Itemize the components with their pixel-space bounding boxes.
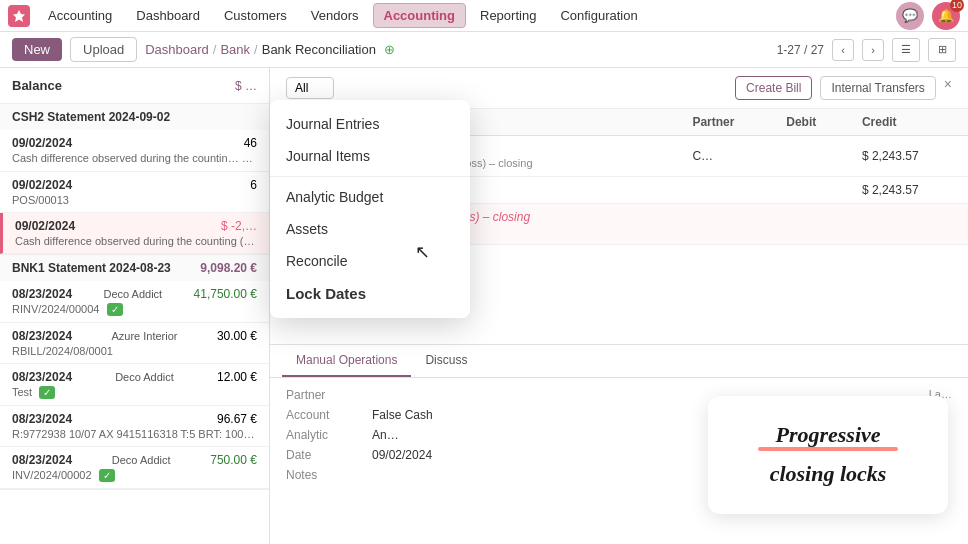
balance-header: Balance $ …	[0, 68, 269, 104]
reconcile-label: Reconcile	[286, 253, 347, 269]
internal-transfers-button[interactable]: Internal Transfers	[820, 76, 935, 100]
transaction-item[interactable]: 08/23/2024 Deco Addict 750.00 € INV/2024…	[0, 447, 269, 489]
dropdown-item-reconcile[interactable]: Reconcile	[270, 245, 470, 277]
row-debit	[776, 204, 852, 245]
prev-page-button[interactable]: ‹	[832, 39, 854, 61]
tx-date: 08/23/2024	[12, 329, 72, 343]
notifications-icon-btn[interactable]: 🔔 10	[932, 2, 960, 30]
tx-amount: 30.00 €	[217, 329, 257, 343]
row-debit	[776, 177, 852, 204]
dropdown-item-journal-items[interactable]: Journal Items	[270, 140, 470, 172]
tx-date: 08/23/2024	[12, 412, 72, 426]
grid-view-button[interactable]: ⊞	[928, 38, 956, 62]
accounting-dropdown-menu[interactable]: Journal Entries Journal Items Analytic B…	[270, 100, 470, 318]
row-credit: $ 2,243.57	[852, 177, 968, 204]
nav-item-vendors[interactable]: Vendors	[301, 4, 369, 27]
tx-desc: Cash difference observed during the coun…	[12, 152, 257, 165]
breadcrumb: Dashboard / Bank / Bank Reconciliation ⊕	[145, 42, 395, 57]
detail-value-analytic: An…	[372, 428, 399, 442]
detail-label-notes: Notes	[286, 468, 356, 482]
nav-item-reporting[interactable]: Reporting	[470, 4, 546, 27]
tx-amount: $ -2,…	[221, 219, 257, 233]
tx-amount: 41,750.00 €	[194, 287, 257, 301]
statement-bnk1-amount: 9,098.20 €	[200, 261, 257, 275]
row-debit	[776, 136, 852, 177]
dropdown-item-lock-dates[interactable]: Lock Dates	[270, 277, 470, 310]
tx-badge-check: ✓	[107, 303, 123, 316]
tx-partner: Deco Addict	[112, 454, 171, 466]
tx-badge-check: ✓	[39, 386, 55, 399]
breadcrumb-icon: ⊕	[384, 42, 395, 57]
nav-item-accounting[interactable]: Accounting	[373, 3, 467, 28]
dropdown-divider	[270, 176, 470, 177]
tx-desc: INV/2024/00002 ✓	[12, 469, 257, 482]
tx-amount: 96.67 €	[217, 412, 257, 426]
journal-items-label: Journal Items	[286, 148, 370, 164]
app-logo	[8, 5, 30, 27]
col-credit: Credit	[852, 109, 968, 136]
tx-desc: R:9772938 10/07 AX 9415116318 T:5 BRT: 1…	[12, 428, 257, 440]
detail-row-date: Date 09/02/2024	[286, 448, 952, 462]
statement-csh2-title: CSH2 Statement 2024-09-02	[12, 110, 170, 124]
tx-amount: 6	[250, 178, 257, 192]
statement-bnk1-header[interactable]: BNK1 Statement 2024-08-23 9,098.20 €	[0, 255, 269, 281]
detail-value-account: False Cash	[372, 408, 433, 422]
breadcrumb-section[interactable]: Bank	[220, 42, 250, 57]
statement-bnk1: BNK1 Statement 2024-08-23 9,098.20 € 08/…	[0, 255, 269, 490]
tx-desc: RINV/2024/00004 ✓	[12, 303, 257, 316]
transaction-item[interactable]: 09/02/2024 6 POS/00013	[0, 172, 269, 213]
breadcrumb-home[interactable]: Dashboard	[145, 42, 209, 57]
lock-dates-label: Lock Dates	[286, 285, 366, 302]
tx-date: 08/23/2024	[12, 453, 72, 467]
transaction-item[interactable]: 08/23/2024 Azure Interior 30.00 € RBILL/…	[0, 323, 269, 364]
left-panel: Balance $ … CSH2 Statement 2024-09-02 09…	[0, 68, 270, 544]
detail-row-partner: Partner La…	[286, 388, 952, 402]
create-bill-button[interactable]: Create Bill	[735, 76, 812, 100]
nav-app-name[interactable]: Accounting	[38, 4, 122, 27]
detail-label-right: La…	[929, 388, 952, 402]
balance-amount: $ …	[235, 79, 257, 93]
tab-discuss[interactable]: Discuss	[411, 345, 481, 377]
list-view-button[interactable]: ☰	[892, 38, 920, 62]
nav-item-customers[interactable]: Customers	[214, 4, 297, 27]
tx-desc: RBILL/2024/08/0001	[12, 345, 257, 357]
svg-marker-0	[13, 10, 25, 22]
statement-csh2: CSH2 Statement 2024-09-02 09/02/2024 46 …	[0, 104, 269, 255]
dropdown-item-analytic-budget[interactable]: Analytic Budget	[270, 181, 470, 213]
tx-partner: Deco Addict	[103, 288, 162, 300]
filter-select[interactable]: All	[286, 77, 334, 99]
statement-bnk1-title: BNK1 Statement 2024-08-23	[12, 261, 171, 275]
new-button[interactable]: New	[12, 38, 62, 61]
transaction-item[interactable]: 08/23/2024 Deco Addict 41,750.00 € RINV/…	[0, 281, 269, 323]
nav-item-dashboard[interactable]: Dashboard	[126, 4, 210, 27]
analytic-budget-label: Analytic Budget	[286, 189, 383, 205]
tab-manual-operations[interactable]: Manual Operations	[282, 345, 411, 377]
row-credit	[852, 204, 968, 245]
transaction-item[interactable]: 08/23/2024 Deco Addict 12.00 € Test ✓	[0, 364, 269, 406]
detail-label-account: Account	[286, 408, 356, 422]
chat-icon-btn[interactable]: 💬	[896, 2, 924, 30]
detail-row-analytic: Analytic An…	[286, 428, 952, 442]
tx-desc: POS/00013	[12, 194, 257, 206]
transaction-item[interactable]: 08/23/2024 96.67 € R:9772938 10/07 AX 94…	[0, 406, 269, 447]
transaction-item-selected[interactable]: 09/02/2024 $ -2,… Cash difference observ…	[0, 213, 269, 254]
detail-body: Partner La… Account False Cash Analytic …	[270, 378, 968, 498]
top-navigation: Accounting Dashboard Customers Vendors A…	[0, 0, 968, 32]
statement-csh2-header[interactable]: CSH2 Statement 2024-09-02	[0, 104, 269, 130]
nav-icons: 💬 🔔 10	[896, 2, 960, 30]
detail-value-date: 09/02/2024	[372, 448, 432, 462]
tx-partner: Deco Addict	[115, 371, 174, 383]
dropdown-item-journal-entries[interactable]: Journal Entries	[270, 108, 470, 140]
nav-item-configuration[interactable]: Configuration	[550, 4, 647, 27]
next-page-button[interactable]: ›	[862, 39, 884, 61]
main-content: Balance $ … CSH2 Statement 2024-09-02 09…	[0, 68, 968, 544]
row-credit: $ 2,243.57	[852, 136, 968, 177]
detail-label-date: Date	[286, 448, 356, 462]
upload-button[interactable]: Upload	[70, 37, 137, 62]
transaction-item[interactable]: 09/02/2024 46 Cash difference observed d…	[0, 130, 269, 172]
row-partner: C…	[682, 136, 776, 177]
dropdown-item-assets[interactable]: Assets	[270, 213, 470, 245]
tx-date: 08/23/2024	[12, 287, 72, 301]
close-button[interactable]: ×	[944, 76, 952, 100]
action-buttons: Create Bill Internal Transfers ×	[735, 76, 952, 100]
